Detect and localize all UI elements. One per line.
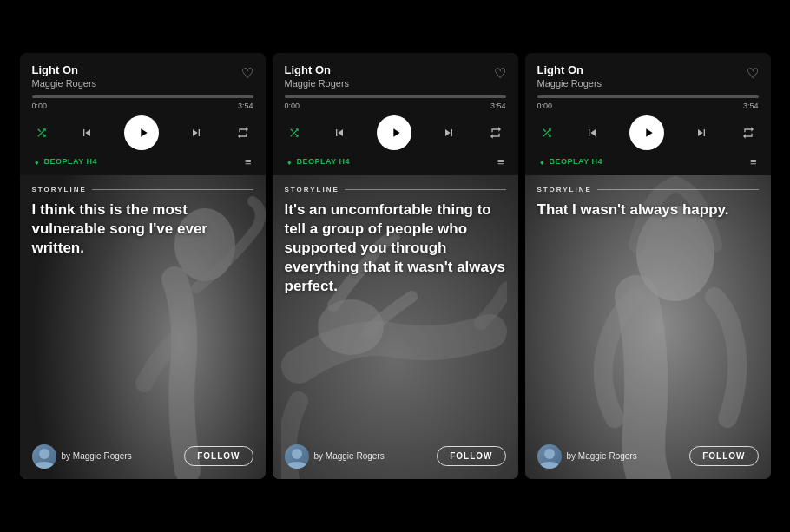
progress-bar-2[interactable] — [285, 95, 506, 98]
prev-button-1[interactable] — [78, 124, 95, 141]
next-button-1[interactable] — [188, 124, 205, 141]
panel-2: Light On Maggie Rogers ♡ 0:00 3:54 — [273, 53, 518, 479]
device-name-2: BEOPLAY H4 — [297, 157, 351, 166]
storyline-line-2 — [345, 189, 506, 190]
storyline-overlay-3: STORYLINE That I wasn't always happy. — [525, 175, 771, 479]
storyline-header-3: STORYLINE — [537, 186, 759, 194]
shuffle-button-2[interactable] — [286, 125, 302, 141]
storyline-overlay-2: STORYLINE It's an uncomfortable thing to… — [273, 175, 518, 479]
follow-button-2[interactable]: FOLLOW — [437, 446, 505, 466]
svg-point-3 — [292, 449, 302, 459]
storyline-top-3: STORYLINE That I wasn't always happy. — [537, 186, 759, 220]
storyline-label-1: STORYLINE — [32, 186, 87, 194]
track-info-2: Light On Maggie Rogers — [285, 63, 494, 89]
storyline-footer-1: by Maggie Rogers FOLLOW — [32, 444, 253, 469]
heart-button-1[interactable]: ♡ — [241, 65, 253, 82]
queue-icon-2[interactable]: ≡ — [497, 155, 504, 168]
track-info-3: Light On Maggie Rogers — [537, 63, 747, 89]
device-left-2: ⬧ BEOPLAY H4 — [286, 156, 351, 167]
author-text-3: by Maggie Rogers — [567, 451, 637, 461]
player-section-1: Light On Maggie Rogers ♡ 0:00 3:54 — [20, 53, 266, 175]
controls-1 — [32, 115, 253, 150]
shuffle-button-1[interactable] — [34, 125, 49, 141]
progress-section-2: 0:00 3:54 — [285, 95, 506, 110]
storyline-line-1 — [92, 189, 253, 190]
repeat-button-3[interactable] — [740, 124, 757, 141]
device-bar-1: ⬧ BEOPLAY H4 ≡ — [32, 155, 253, 168]
storyline-label-2: STORYLINE — [285, 186, 339, 194]
play-button-1[interactable] — [124, 115, 159, 150]
repeat-button-2[interactable] — [487, 124, 504, 141]
device-left-1: ⬧ BEOPLAY H4 — [34, 156, 98, 167]
track-header-3: Light On Maggie Rogers ♡ — [537, 63, 759, 89]
author-avatar-2 — [285, 444, 309, 469]
heart-button-2[interactable]: ♡ — [494, 65, 506, 82]
controls-2 — [285, 115, 506, 150]
bluetooth-icon-3: ⬧ — [539, 156, 545, 167]
device-left-3: ⬧ BEOPLAY H4 — [539, 156, 603, 167]
time-labels-2: 0:00 3:54 — [285, 102, 506, 110]
follow-button-1[interactable]: FOLLOW — [184, 446, 253, 466]
time-current-1: 0:00 — [32, 102, 48, 110]
time-total-2: 3:54 — [490, 102, 506, 110]
player-section-3: Light On Maggie Rogers ♡ 0:00 3:54 — [525, 53, 771, 175]
storyline-overlay-1: STORYLINE I think this is the most vulne… — [20, 175, 266, 479]
track-header-2: Light On Maggie Rogers ♡ — [285, 63, 506, 89]
storyline-header-2: STORYLINE — [285, 186, 506, 194]
storyline-section-3: STORYLINE That I wasn't always happy. — [525, 175, 771, 479]
player-section-2: Light On Maggie Rogers ♡ 0:00 3:54 — [273, 53, 518, 175]
queue-icon-3[interactable]: ≡ — [750, 155, 757, 168]
device-name-1: BEOPLAY H4 — [44, 157, 98, 166]
track-title-3: Light On — [537, 63, 747, 77]
storyline-line-3 — [597, 189, 759, 190]
author-avatar-3 — [537, 444, 562, 469]
svg-point-5 — [544, 449, 555, 459]
storyline-quote-2: It's an uncomfortable thing to tell a gr… — [285, 200, 506, 296]
next-button-3[interactable] — [693, 124, 710, 141]
track-title-2: Light On — [285, 63, 494, 77]
bluetooth-icon-1: ⬧ — [34, 156, 40, 167]
repeat-button-1[interactable] — [234, 124, 252, 141]
device-bar-3: ⬧ BEOPLAY H4 ≡ — [537, 155, 759, 168]
prev-button-3[interactable] — [583, 124, 601, 141]
time-total-1: 3:54 — [238, 102, 253, 110]
controls-3 — [537, 115, 759, 150]
time-current-2: 0:00 — [285, 102, 300, 110]
panels-container: Light On Maggie Rogers ♡ 0:00 3:54 — [11, 44, 780, 488]
storyline-footer-3: by Maggie Rogers FOLLOW — [537, 444, 759, 469]
device-name-3: BEOPLAY H4 — [550, 157, 603, 166]
author-section-1: by Maggie Rogers — [32, 444, 132, 469]
follow-button-3[interactable]: FOLLOW — [689, 446, 758, 466]
bluetooth-icon-2: ⬧ — [286, 156, 293, 167]
play-button-3[interactable] — [629, 115, 664, 150]
time-current-3: 0:00 — [537, 102, 553, 110]
storyline-footer-2: by Maggie Rogers FOLLOW — [285, 444, 506, 469]
progress-bar-3[interactable] — [537, 95, 759, 98]
progress-bar-1[interactable] — [32, 95, 253, 98]
storyline-section-2: STORYLINE It's an uncomfortable thing to… — [273, 175, 518, 479]
track-artist-2: Maggie Rogers — [285, 78, 494, 89]
shuffle-button-3[interactable] — [539, 125, 555, 141]
storyline-label-3: STORYLINE — [537, 186, 592, 194]
track-artist-1: Maggie Rogers — [32, 78, 241, 89]
storyline-top-1: STORYLINE I think this is the most vulne… — [32, 186, 253, 258]
track-title-1: Light On — [32, 63, 241, 77]
next-button-2[interactable] — [440, 124, 458, 141]
panel-1: Light On Maggie Rogers ♡ 0:00 3:54 — [20, 53, 266, 479]
track-header-1: Light On Maggie Rogers ♡ — [32, 63, 253, 89]
author-section-3: by Maggie Rogers — [537, 444, 637, 469]
author-text-1: by Maggie Rogers — [62, 451, 132, 461]
author-section-2: by Maggie Rogers — [285, 444, 385, 469]
track-info-1: Light On Maggie Rogers — [32, 63, 241, 89]
svg-point-1 — [39, 449, 49, 459]
storyline-header-1: STORYLINE — [32, 186, 253, 194]
author-text-2: by Maggie Rogers — [314, 451, 385, 461]
play-button-2[interactable] — [377, 115, 411, 150]
storyline-quote-3: That I wasn't always happy. — [537, 200, 759, 220]
heart-button-3[interactable]: ♡ — [747, 65, 759, 82]
prev-button-2[interactable] — [331, 124, 348, 141]
progress-section-3: 0:00 3:54 — [537, 95, 759, 110]
storyline-quote-1: I think this is the most vulnerable song… — [32, 200, 253, 258]
queue-icon-1[interactable]: ≡ — [245, 155, 252, 168]
storyline-section-1: STORYLINE I think this is the most vulne… — [20, 175, 266, 479]
